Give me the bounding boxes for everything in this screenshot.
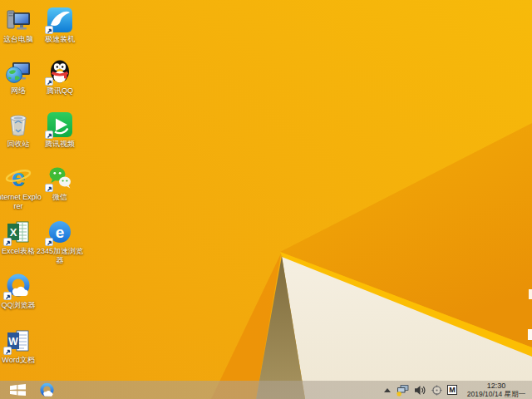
ime-indicator[interactable]: M xyxy=(447,381,457,399)
desktop-icon-qq-browser[interactable]: QQ浏览器 xyxy=(0,273,42,310)
2345-browser-icon: e xyxy=(47,219,73,245)
taskbar: M 12:30 2019/10/14 星期一 xyxy=(0,381,532,399)
internet-explorer-icon: e xyxy=(5,165,32,191)
clock-time: 12:30 xyxy=(464,382,529,390)
icon-label: 极速装机 xyxy=(36,35,84,44)
icon-label: 腾讯QQ xyxy=(36,86,84,96)
qq-penguin-icon xyxy=(47,58,73,85)
icon-label: 2345加速浏览器 xyxy=(36,247,84,264)
desktop-icon-2345-browser[interactable]: e 2345加速浏览器 xyxy=(36,219,84,264)
word-icon: W xyxy=(5,328,32,354)
shortcut-arrow-icon xyxy=(45,184,53,192)
system-tray: M 12:30 2019/10/14 星期一 xyxy=(382,381,532,399)
windows-logo-icon xyxy=(10,384,26,396)
wechat-icon xyxy=(47,165,73,191)
shortcut-arrow-icon xyxy=(3,238,12,246)
taskbar-qq-browser-button[interactable] xyxy=(37,382,57,398)
qq-browser-icon xyxy=(5,273,32,299)
svg-text:X: X xyxy=(10,226,17,239)
icon-label: QQ浏览器 xyxy=(0,301,42,310)
this-pc-icon xyxy=(5,7,32,33)
tencent-video-icon xyxy=(47,111,73,138)
network-icon xyxy=(5,58,32,85)
desktop-icon-tencent-video[interactable]: 腾讯视频 xyxy=(36,111,84,149)
desktop-icon-wechat[interactable]: 微信 xyxy=(36,165,84,202)
shortcut-arrow-icon xyxy=(45,131,53,139)
excel-icon: X xyxy=(5,219,32,245)
icon-label: 腾讯视频 xyxy=(36,140,84,149)
start-button[interactable] xyxy=(6,381,29,399)
icon-label: Word文档 xyxy=(0,356,42,365)
desktop-icon-xunlei-install[interactable]: 极速装机 xyxy=(36,7,84,44)
shortcut-arrow-icon xyxy=(3,292,12,300)
qq-browser-icon xyxy=(39,382,55,398)
show-hidden-icons-button[interactable] xyxy=(384,381,391,399)
clock-date: 2019/10/14 星期一 xyxy=(464,390,529,398)
svg-text:W: W xyxy=(8,336,18,347)
shortcut-arrow-icon xyxy=(45,77,53,86)
volume-tray-icon[interactable] xyxy=(414,381,426,399)
chevron-up-icon xyxy=(384,388,391,392)
icon-label: 微信 xyxy=(36,193,84,202)
taskbar-clock[interactable]: 12:30 2019/10/14 星期一 xyxy=(464,382,529,398)
desktop-icon-tencent-qq[interactable]: 腾讯QQ xyxy=(36,58,84,96)
shortcut-arrow-icon xyxy=(45,26,53,34)
shortcut-arrow-icon xyxy=(45,238,53,246)
xunlei-icon xyxy=(47,7,73,33)
ime-letter: M xyxy=(447,385,457,395)
network-status-tray-icon[interactable] xyxy=(396,381,409,399)
svg-text:e: e xyxy=(56,224,65,241)
shortcut-arrow-icon xyxy=(3,347,12,355)
desktop-icon-word[interactable]: W Word文档 xyxy=(0,328,42,365)
crosshair-utility-tray-icon[interactable] xyxy=(431,381,442,399)
recycle-bin-icon xyxy=(5,111,32,138)
desktop: 这台电脑 极速装机 xyxy=(0,0,532,399)
